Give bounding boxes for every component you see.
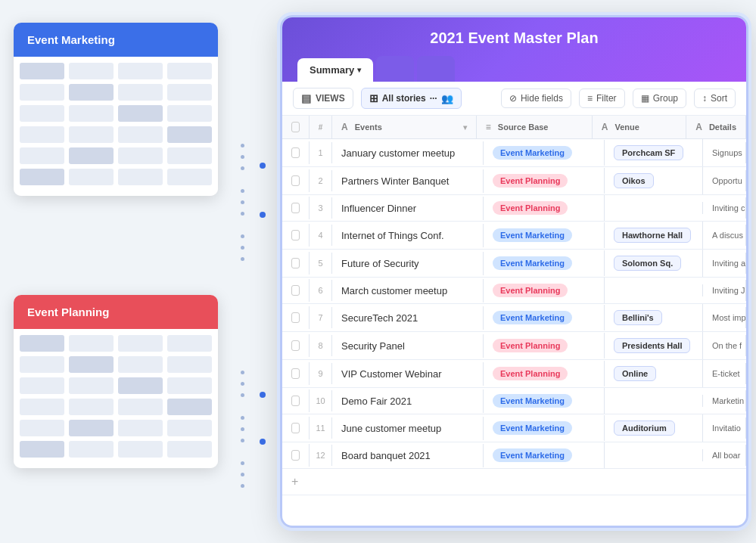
card-cell	[118, 420, 163, 436]
card-cell	[20, 441, 64, 458]
row-checkbox-cell	[282, 306, 310, 329]
card-row	[20, 169, 212, 185]
row-checkbox[interactable]	[291, 423, 300, 433]
card-cell	[20, 147, 64, 164]
th-venue[interactable]: A Venue	[593, 116, 687, 138]
row-checkbox[interactable]	[291, 258, 300, 268]
row-venue: Porchcam SF	[605, 139, 703, 166]
card-cell	[20, 105, 64, 122]
row-checkbox[interactable]	[291, 312, 300, 323]
card-cell	[167, 356, 212, 373]
row-source: Event Marketing	[484, 305, 605, 330]
all-stories-label: All stories	[382, 93, 426, 104]
add-row-button[interactable]: +	[282, 469, 746, 495]
card-row	[20, 105, 212, 122]
plus-icon: +	[291, 475, 298, 489]
row-event: Demo Fair 2021	[332, 389, 484, 413]
row-num: 1	[310, 142, 332, 163]
chevron-icon: ▾	[463, 123, 467, 132]
row-num: 3	[310, 197, 332, 219]
row-checkbox[interactable]	[291, 230, 300, 240]
filter-button[interactable]: ≡ Filter	[579, 88, 625, 108]
card-cell	[118, 335, 163, 352]
views-button[interactable]: ▤ VIEWS	[293, 88, 353, 109]
venue-badge: Online	[614, 366, 656, 381]
row-source: Event Marketing	[484, 250, 605, 276]
row-venue	[605, 449, 703, 461]
event-marketing-header: Event Marketing	[14, 23, 218, 57]
card-row	[20, 147, 212, 164]
card-cell	[20, 335, 64, 352]
row-event: January customer meetup	[332, 141, 484, 165]
main-panel: 2021 Event Master Plan Summary ▾ ▤ VIEWS…	[280, 15, 748, 528]
panel-title: 2021 Event Master Plan	[297, 29, 731, 56]
row-checkbox[interactable]	[291, 285, 300, 296]
card-cell	[20, 420, 64, 436]
row-checkbox[interactable]	[291, 340, 300, 351]
source-badge: Event Planning	[493, 284, 568, 297]
row-detail: Marketin	[703, 390, 746, 411]
card-cell	[167, 399, 212, 415]
row-venue: Solomon Sq.	[605, 250, 703, 277]
card-cell	[167, 420, 212, 436]
row-event: Security Panel	[332, 334, 484, 358]
card-cell	[118, 169, 163, 185]
row-checkbox-cell	[282, 224, 310, 247]
th-source-label: Source Base	[498, 123, 549, 132]
card-cell	[118, 356, 163, 373]
row-checkbox[interactable]	[291, 203, 300, 213]
venue-badge: Presidents Hall	[614, 338, 690, 353]
event-planning-body	[14, 329, 218, 468]
card-cell	[167, 169, 212, 185]
tab-summary[interactable]: Summary ▾	[297, 58, 373, 82]
tab-summary-label: Summary	[310, 64, 354, 76]
row-detail: E-ticket	[703, 363, 746, 384]
card-cell	[167, 147, 212, 164]
row-detail: Signups	[703, 142, 746, 163]
th-details[interactable]: A Details	[686, 116, 746, 138]
row-checkbox[interactable]	[291, 147, 300, 158]
card-cell	[167, 377, 212, 394]
venue-badge: Porchcam SF	[614, 145, 683, 160]
row-event: Future of Security	[332, 252, 484, 275]
row-num: 4	[310, 225, 332, 246]
row-event: June customer meetup	[332, 417, 484, 440]
sort-button[interactable]: ↕ Sort	[694, 88, 736, 108]
row-checkbox[interactable]	[291, 396, 300, 406]
card-cell	[118, 441, 163, 458]
row-detail: All boar	[703, 445, 746, 466]
card-cell	[167, 84, 212, 101]
all-stories-button[interactable]: ⊞ All stories ··· 👥	[361, 88, 462, 109]
row-venue	[605, 284, 703, 296]
th-events[interactable]: A Events ▾	[332, 116, 477, 138]
card-cell	[118, 377, 163, 394]
row-source: Event Planning	[484, 168, 605, 194]
group-button[interactable]: ▦ Group	[633, 88, 686, 108]
card-row	[20, 335, 212, 352]
row-venue: Oikos	[605, 167, 703, 194]
th-source[interactable]: ≡ Source Base	[477, 116, 593, 138]
row-detail: Inviting J	[703, 280, 746, 301]
table-row: 8 Security Panel Event Planning Presiden…	[282, 332, 746, 360]
sort-icon: ↕	[702, 93, 707, 104]
row-num: 5	[310, 253, 332, 274]
select-all-checkbox[interactable]	[291, 122, 300, 132]
row-checkbox[interactable]	[291, 450, 300, 461]
row-checkbox[interactable]	[291, 368, 300, 379]
row-event: VIP Customer Webinar	[332, 362, 484, 386]
tab-2[interactable]	[376, 56, 414, 82]
event-planning-card: Event Planning	[14, 295, 218, 468]
row-venue	[605, 202, 703, 214]
tab-3[interactable]	[417, 56, 455, 82]
row-checkbox[interactable]	[291, 175, 300, 186]
card-cell	[167, 335, 212, 352]
card-cell	[20, 63, 64, 79]
row-source: Event Planning	[484, 278, 605, 303]
source-badge: Event Marketing	[493, 146, 572, 160]
hide-fields-button[interactable]: ⊘ Hide fields	[501, 88, 571, 108]
table-body: 1 January customer meetup Event Marketin…	[282, 139, 746, 469]
card-cell	[20, 84, 64, 101]
row-venue: Online	[605, 360, 703, 387]
toolbar: ▤ VIEWS ⊞ All stories ··· 👥 ⊘ Hide field…	[282, 82, 746, 116]
card-cell	[69, 126, 114, 143]
